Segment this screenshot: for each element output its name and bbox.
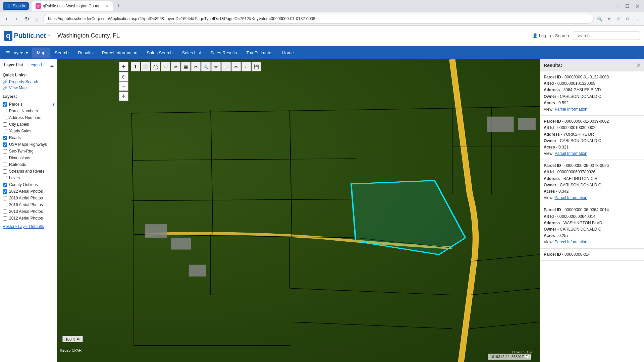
layer-checkbox-10[interactable] (3, 169, 7, 174)
layers-dropdown-button[interactable]: ☰ Layers ▾ (2, 48, 32, 57)
reload-button[interactable]: ↻ (23, 15, 31, 23)
tool-split[interactable]: ✂ (231, 62, 241, 71)
login-label: Log In (539, 33, 551, 38)
tool-draw[interactable]: ✏ (171, 62, 180, 71)
layer-label-7: Sec-Twn-Rng (9, 149, 34, 154)
layer-checkbox-14[interactable] (3, 196, 7, 200)
property-search-link[interactable]: 🔗 Property Search (3, 79, 54, 85)
logo-tm: ™ (47, 34, 51, 38)
map-area[interactable]: ℹ ⬜ ◯ ↩ ✏ ▦ ✂ 🔍 ✏ □ ✂ ↔ 💾 + ⊙ − ✛ 100 ft… (57, 59, 540, 362)
result-item-0[interactable]: Parcel ID - 00000000-01-0132-0008Alt Id … (540, 71, 644, 116)
tool-pencil[interactable]: ✏ (211, 62, 221, 71)
browser-signin-button[interactable]: 👤 Sign in (3, 2, 29, 10)
tool-select[interactable]: ⬜ (141, 62, 150, 71)
nav-home[interactable]: Home (277, 48, 299, 58)
nav-sales-results[interactable]: Sales Results (206, 48, 241, 58)
result-view-link-2[interactable]: Parcel Information (554, 195, 587, 200)
layer-checkbox-13[interactable] (3, 189, 7, 194)
result-view-link-0[interactable]: Parcel Information (554, 107, 587, 112)
close-button[interactable]: ✕ (633, 2, 641, 10)
home-button[interactable]: ⌂ (33, 15, 41, 23)
layer-checkbox-17[interactable] (3, 216, 7, 221)
nav-sales-list[interactable]: Sales List (177, 48, 206, 58)
tab-close-button[interactable]: ✕ (105, 3, 109, 9)
header-search-button[interactable]: Search (555, 33, 569, 38)
tab-layer-list[interactable]: Layer List (3, 62, 24, 68)
layer-checkbox-11[interactable] (3, 176, 7, 180)
app-header: q Public.net ™ Washington County, FL 👤 L… (0, 26, 644, 46)
scale-value: 100 ft (65, 337, 75, 341)
result-item-3[interactable]: Parcel ID - 00000000-06-0364-0014Alt Id … (540, 204, 644, 248)
nav-results[interactable]: Results (73, 48, 97, 58)
nav-parcel-info[interactable]: Parcel Information (97, 48, 142, 58)
tool-cut[interactable]: ✂ (191, 62, 201, 71)
layer-checkbox-9[interactable] (3, 163, 7, 167)
more-button[interactable]: ⋯ (633, 15, 641, 23)
layer-checkbox-2[interactable] (3, 116, 7, 120)
layer-checkbox-12[interactable] (3, 183, 7, 187)
tool-circle[interactable]: ◯ (151, 62, 160, 71)
scale-arrow-icon: ⇔ (77, 337, 80, 341)
layer-item-12: County Outlines (3, 181, 54, 188)
layer-label-0: Parcels (9, 102, 22, 107)
tab-title: qPublic.net - Washington Count... (43, 4, 103, 8)
layer-label-14: 2019 Aerial Photos (9, 196, 43, 200)
extensions-button[interactable]: ⚙ (624, 15, 632, 23)
layer-checkbox-8[interactable] (3, 156, 7, 160)
new-tab-button[interactable]: + (114, 1, 123, 11)
svg-rect-29 (518, 118, 536, 130)
tool-grid[interactable]: ▦ (181, 62, 191, 71)
restore-layer-defaults-link[interactable]: Restore Layer Defaults (3, 224, 54, 229)
view-map-link[interactable]: 🔗 View Map (3, 85, 54, 91)
tool-zoom-in[interactable]: 🔍 (201, 62, 211, 71)
layer-label-1: Parcel Numbers (9, 109, 38, 113)
layer-checkbox-0[interactable] (3, 102, 7, 107)
zoom-in-button[interactable]: + (119, 62, 128, 71)
reader-mode-button[interactable]: A (605, 15, 613, 23)
layer-checkbox-4[interactable] (3, 129, 7, 133)
layer-item-7: Sec-Twn-Rng (3, 148, 54, 155)
minimize-button[interactable]: ─ (613, 2, 621, 10)
result-view-link-3[interactable]: Parcel Information (554, 240, 587, 244)
locate-button[interactable]: ✛ (119, 92, 128, 101)
layer-checkbox-16[interactable] (3, 209, 7, 214)
back-button[interactable]: ‹ (3, 15, 11, 23)
bookmark-button[interactable]: ☆ (614, 15, 623, 23)
login-button[interactable]: 👤 Log In (532, 33, 551, 38)
tab-legend[interactable]: Legend (27, 62, 43, 68)
layer-checkbox-5[interactable] (3, 136, 7, 140)
layer-item-17: 2012 Aerial Photos (3, 215, 54, 222)
sidebar-settings-button[interactable]: ⊕ (50, 64, 54, 69)
tool-undo[interactable]: ↩ (161, 62, 170, 71)
tool-save[interactable]: 💾 (252, 62, 261, 71)
nav-search[interactable]: Search (50, 48, 73, 58)
layer-checkbox-3[interactable] (3, 122, 7, 127)
zoom-out-button[interactable]: − (119, 81, 128, 91)
nav-tax-estimator[interactable]: Tax Estimator (242, 48, 278, 58)
search-browser-button[interactable]: 🔍 (596, 15, 604, 23)
layer-checkbox-6[interactable] (3, 142, 7, 147)
forward-button[interactable]: › (13, 15, 21, 23)
app-title: Washington County, FL (57, 32, 120, 39)
restore-button[interactable]: □ (623, 2, 631, 10)
layer-item-11: Lakes (3, 175, 54, 181)
result-item-2[interactable]: Parcel ID - 00000000-06-0378-0026Alt Id … (540, 160, 644, 204)
layer-info-icon-0[interactable]: ℹ (53, 102, 54, 107)
results-close-button[interactable]: ✕ (636, 62, 641, 68)
layer-checkbox-7[interactable] (3, 149, 7, 154)
tool-measure[interactable]: ↔ (241, 62, 251, 71)
layer-checkbox-1[interactable] (3, 109, 7, 113)
nav-map[interactable]: Map (32, 48, 50, 58)
active-tab[interactable]: q qPublic.net - Washington Count... ✕ (32, 1, 113, 11)
result-item-4[interactable]: Parcel ID - 00000000-01- (540, 249, 644, 261)
scale-bar: 100 ft ⇔ (62, 336, 83, 342)
result-view-link-1[interactable]: Parcel Information (554, 151, 587, 156)
tool-rect[interactable]: □ (221, 62, 231, 71)
header-search-input[interactable] (573, 32, 640, 40)
layer-checkbox-15[interactable] (3, 203, 7, 207)
compass-button[interactable]: ⊙ (119, 72, 128, 81)
tool-info[interactable]: ℹ (131, 62, 140, 71)
result-item-1[interactable]: Parcel ID - 00000000-01-0039-0002Alt Id … (540, 116, 644, 160)
address-bar[interactable] (43, 14, 594, 24)
nav-sales-search[interactable]: Sales Search (142, 48, 177, 58)
